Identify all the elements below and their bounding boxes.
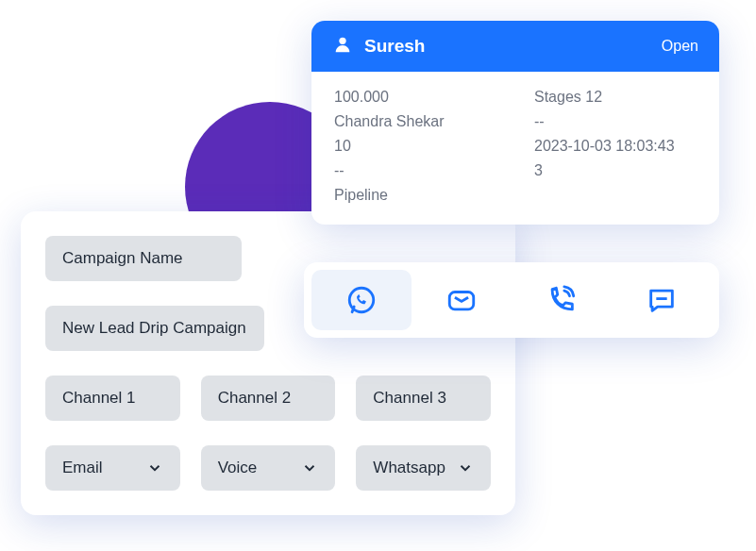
svg-point-0 [339,38,345,44]
person-icon [332,34,353,58]
channel-3-label: Channel 3 [356,376,491,421]
contact-field: -- [534,113,697,130]
campaign-panel: Campaign Name New Lead Drip Campaign Cha… [21,211,515,515]
campaign-name-input[interactable]: New Lead Drip Campaign [45,306,264,351]
contact-field: 2023-10-03 18:03:43 [534,138,697,155]
channel-2-select[interactable]: Voice [201,445,336,491]
contact-field: 100.000 [334,89,496,106]
contact-field: -- [334,162,496,179]
channel-2-label: Channel 2 [201,376,336,421]
phone-icon[interactable] [512,270,612,330]
contact-name: Suresh [364,36,425,57]
contact-body: 100.000 Chandra Shekar 10 -- Pipeline St… [311,72,719,225]
whatsapp-icon[interactable] [311,270,412,330]
contact-left-col: 100.000 Chandra Shekar 10 -- Pipeline [334,89,496,204]
contact-card: Suresh Open 100.000 Chandra Shekar 10 --… [311,21,719,225]
contact-field: Pipeline [334,187,496,204]
sms-icon[interactable] [612,270,712,330]
contact-field: 10 [334,138,496,155]
campaign-name-label: Campaign Name [45,236,242,281]
contact-status[interactable]: Open [662,38,698,55]
channel-1-select[interactable]: Email [45,445,180,491]
channel-3-select[interactable]: Whatsapp [356,445,491,491]
chevron-down-icon [301,459,318,476]
contact-header: Suresh Open [311,21,719,72]
channel-bar [304,262,719,338]
chevron-down-icon [457,459,474,476]
mail-icon[interactable] [412,270,512,330]
channel-1-label: Channel 1 [45,376,180,421]
chevron-down-icon [146,459,163,476]
contact-field: Stages 12 [534,89,697,106]
contact-field: Chandra Shekar [334,113,496,130]
contact-field: 3 [534,162,697,179]
contact-right-col: Stages 12 -- 2023-10-03 18:03:43 3 [534,89,697,204]
